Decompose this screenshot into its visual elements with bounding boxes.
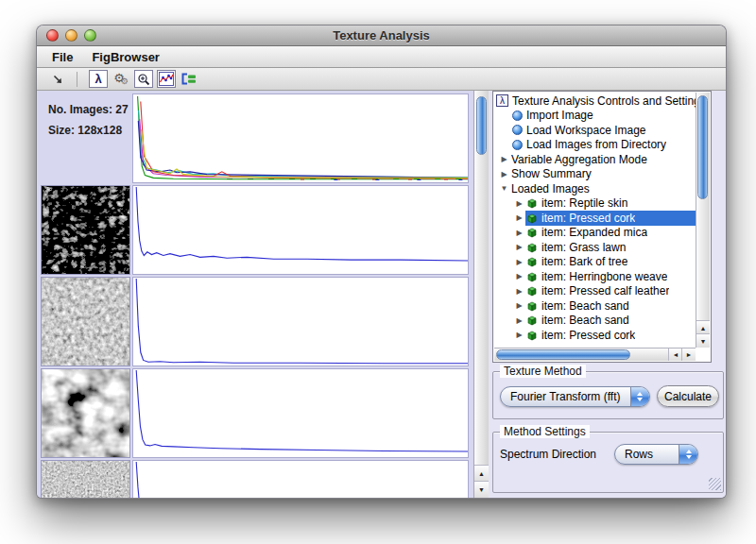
tree-item[interactable]: Load Images from Directory: [494, 138, 696, 153]
method-settings-legend: Method Settings: [500, 425, 590, 438]
dropdown-stepper-icon: [679, 445, 697, 464]
image-size-text: Size: 128x128: [39, 116, 130, 137]
close-button[interactable]: [46, 29, 59, 42]
tree-item[interactable]: ▶item: Herringbone weave: [494, 269, 696, 284]
expand-arrow-icon[interactable]: ▶: [513, 316, 525, 325]
tree-item-content: item: Expanded mica: [525, 226, 696, 241]
tree-item-label: item: Bark of tree: [541, 255, 627, 268]
spectrum-direction-dropdown[interactable]: Rows: [614, 444, 698, 465]
tree-item-content: item: Beach sand: [525, 314, 696, 329]
expand-arrow-icon[interactable]: ▶: [498, 170, 510, 178]
pointer-arrow-icon[interactable]: [48, 70, 67, 88]
lambda-icon[interactable]: λ: [89, 70, 108, 88]
expand-arrow-icon[interactable]: ▶: [513, 243, 525, 251]
tree-vertical-scrollbar[interactable]: ▲ ▼: [696, 93, 710, 348]
tree-item[interactable]: ▶item: Beach sand: [494, 314, 696, 329]
resize-grip[interactable]: [709, 478, 721, 490]
lambda-icon: λ: [496, 94, 508, 107]
tree-item[interactable]: ▶Variable Aggregation Mode: [494, 152, 696, 167]
cube-icon: [526, 330, 538, 341]
line-plot-icon[interactable]: [157, 70, 176, 88]
gears-icon[interactable]: ⚙⚙: [112, 70, 130, 88]
tree-item[interactable]: ▶item: Beach sand: [494, 298, 696, 314]
expand-arrow-icon[interactable]: ▶: [513, 258, 525, 266]
tree-item-content: item: Pressed calf leather: [525, 284, 696, 299]
tree-item[interactable]: ▶item: Pressed cork: [494, 211, 696, 226]
results-vertical-scrollbar[interactable]: ▲ ▼: [473, 91, 489, 498]
tree-item-content: item: Grass lawn: [525, 240, 696, 255]
results-panel: No. Images: 27Size: 128x128: [37, 91, 473, 498]
texture-method-group: Texture Method Fourier Transform (fft) C…: [492, 371, 724, 419]
expand-arrow-icon[interactable]: ▶: [513, 331, 525, 339]
zoom-window-button[interactable]: [84, 29, 96, 42]
cube-icon: [526, 242, 538, 253]
zoom-in-icon[interactable]: [134, 70, 153, 88]
scroll-right-button[interactable]: ►: [681, 348, 696, 361]
tree-item-label: Load Workspace Image: [526, 124, 646, 137]
texture-thumbnail-grass-lawn: [41, 460, 130, 498]
tree-item[interactable]: λTexture Analysis Controls and Settings: [494, 94, 696, 109]
expand-arrow-icon[interactable]: ▶: [513, 229, 525, 237]
texture-method-legend: Texture Method: [500, 365, 586, 378]
export-icon[interactable]: [180, 70, 198, 88]
scroll-down-button[interactable]: ▼: [474, 481, 489, 498]
texture-method-dropdown[interactable]: Fourier Transform (fft): [500, 386, 650, 407]
tree-item-label: item: Beach sand: [541, 299, 629, 313]
tree-item-content: item: Reptile skin: [525, 196, 696, 212]
toolbar-separator: [77, 72, 77, 87]
title-bar[interactable]: Texture Analysis: [37, 26, 726, 46]
texture-thumbnail-expanded-mica: [41, 368, 130, 458]
result-row: No. Images: 27Size: 128x128: [37, 94, 473, 183]
spectrum-direction-label: Spectrum Direction: [500, 448, 596, 461]
summary-info: No. Images: 27Size: 128x128: [39, 94, 130, 183]
tree-item-content: item: Pressed cork: [525, 211, 696, 226]
scroll-up-button[interactable]: ▲: [474, 465, 489, 482]
expand-arrow-icon[interactable]: ▶: [513, 213, 525, 222]
menu-bar: File FigBrowser: [37, 46, 726, 68]
spectrum-plot: [132, 368, 469, 458]
tree-item-content: Import Image: [511, 109, 696, 124]
tree-item[interactable]: ▶item: Grass lawn: [494, 240, 696, 255]
expand-arrow-icon[interactable]: ▶: [498, 155, 510, 163]
tree-item[interactable]: ▶item: Bark of tree: [494, 255, 696, 270]
menu-figbrowser[interactable]: FigBrowser: [82, 50, 169, 64]
result-row: [37, 277, 473, 366]
spectrum-plot: [132, 277, 469, 366]
expand-arrow-icon[interactable]: ▶: [513, 301, 525, 310]
calculate-button[interactable]: Calculate: [657, 385, 719, 407]
tree-item-label: item: Herringbone weave: [541, 270, 667, 283]
scroll-down-button[interactable]: ▼: [696, 333, 710, 348]
minimize-button[interactable]: [65, 29, 77, 42]
tree-item[interactable]: ▶item: Expanded mica: [494, 226, 696, 241]
spectrum-plot: [132, 460, 469, 498]
tree-item[interactable]: Import Image: [494, 109, 696, 124]
tree-item[interactable]: ▶Show Summary: [494, 167, 696, 182]
tree-item[interactable]: Load Workspace Image: [494, 123, 696, 138]
tree-item[interactable]: ▼Loaded Images: [494, 181, 696, 196]
expand-arrow-icon[interactable]: ▶: [513, 287, 525, 296]
tree-item-content: λTexture Analysis Controls and Settings: [494, 94, 696, 109]
expand-arrow-icon[interactable]: ▶: [513, 272, 525, 280]
tree-item-label: item: Pressed calf leather: [541, 284, 669, 298]
result-row: [37, 368, 473, 458]
menu-file[interactable]: File: [43, 50, 82, 64]
scroll-left-button[interactable]: ◄: [668, 348, 682, 361]
method-settings-group: Method Settings Spectrum Direction Rows: [492, 432, 724, 493]
scrollbar-thumb[interactable]: [496, 349, 630, 360]
tree-horizontal-scrollbar[interactable]: ◄ ►: [494, 348, 696, 361]
expand-arrow-icon[interactable]: ▶: [513, 199, 525, 208]
tree-item[interactable]: ▶item: Reptile skin: [494, 196, 696, 212]
sphere-icon: [512, 110, 523, 121]
collapse-arrow-icon[interactable]: ▼: [498, 184, 510, 193]
scrollbar-thumb[interactable]: [476, 96, 487, 155]
scroll-up-button[interactable]: ▲: [696, 320, 710, 334]
dropdown-value: Rows: [615, 445, 679, 464]
spectrum-plot: [132, 185, 469, 275]
tree-item[interactable]: ▶item: Pressed calf leather: [494, 284, 696, 299]
tree-item-content: Loaded Images: [510, 181, 696, 196]
tree-item[interactable]: ▶item: Pressed cork: [494, 328, 696, 343]
window-title: Texture Analysis: [37, 28, 726, 42]
tree-item-content: item: Pressed cork: [525, 328, 696, 343]
scrollbar-thumb[interactable]: [697, 95, 708, 199]
tree-item-content: Variable Aggregation Mode: [510, 152, 696, 167]
